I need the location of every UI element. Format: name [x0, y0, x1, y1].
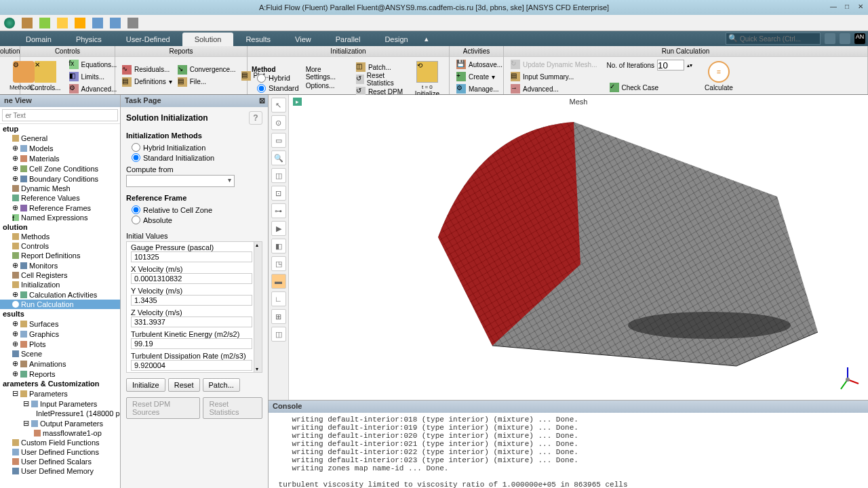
convergence-button[interactable]: ↘Convergence... — [175, 64, 239, 76]
update-mesh-button[interactable]: ↻Update Dynamic Mesh... — [508, 58, 600, 70]
field-input[interactable] — [131, 295, 252, 306]
vp-box-icon[interactable]: ◫ — [271, 168, 286, 183]
tree-calcact[interactable]: ⊕ Calculation Activities — [0, 289, 120, 300]
equations-button[interactable]: fxEquations... — [66, 58, 120, 70]
tree-namedexpr[interactable]: fNamed Expressions — [0, 213, 120, 222]
tree-graphics[interactable]: ⊕ Graphics — [0, 329, 120, 339]
vp-axis-icon[interactable]: ∟ — [271, 291, 286, 306]
tree-animations[interactable]: ⊕ Animations — [0, 359, 120, 369]
tree-refframes[interactable]: ⊕ Reference Frames — [0, 203, 120, 213]
create-button[interactable]: +Create ▾ — [454, 70, 505, 83]
tree-plots[interactable]: ⊕ Plots — [0, 339, 120, 349]
tree-general[interactable]: General — [0, 134, 120, 143]
info-icon[interactable] — [840, 33, 850, 44]
task-close-icon[interactable]: ⊠ — [259, 96, 265, 105]
tree-udm[interactable]: User Defined Memory — [0, 466, 120, 476]
cube-icon[interactable] — [22, 18, 33, 28]
task-reset-stats-button[interactable]: Reset Statistics — [203, 397, 262, 419]
tree-udf[interactable]: User Defined Functions — [0, 447, 120, 457]
task-help-icon[interactable]: ? — [249, 111, 262, 125]
quick-search[interactable]: 🔍 — [726, 33, 821, 45]
input-summary-button[interactable]: ▤Input Summary... — [508, 70, 600, 83]
vp-zoom-icon[interactable]: 🔍 — [271, 150, 286, 165]
layout2-icon[interactable] — [110, 18, 121, 28]
tree-runcalc[interactable]: Run Calculation — [0, 300, 120, 309]
tree-cellreg[interactable]: Cell Registers — [0, 270, 120, 280]
close-icon[interactable]: ✕ — [856, 1, 865, 11]
autosave-button[interactable]: 💾Autosave... — [454, 58, 505, 70]
tree-methods[interactable]: Methods — [0, 232, 120, 241]
tree-params[interactable]: arameters & Customization — [0, 379, 120, 388]
tree-massflow[interactable]: massflowrate1-op — [0, 428, 120, 438]
calculate-button[interactable]: =Calculate — [699, 58, 738, 95]
runcalc-advanced-button[interactable]: →Advanced... — [508, 83, 600, 95]
tree-results[interactable]: esults — [0, 309, 120, 319]
tree-dynmesh[interactable]: Dynamic Mesh — [0, 184, 120, 193]
mesh-canvas[interactable]: ▸ Mesh — [289, 95, 868, 400]
tree-cellzone[interactable]: ⊕ Cell Zone Conditions — [0, 163, 120, 174]
minimize-icon[interactable]: — — [829, 1, 838, 11]
tree-controls[interactable]: Controls — [0, 241, 120, 251]
tree-inparams[interactable]: ⊟ Input Parameters — [0, 399, 120, 409]
tree-surfaces[interactable]: ⊕ Surfaces — [0, 319, 120, 329]
field-input[interactable] — [131, 338, 252, 349]
standard-radio[interactable]: Standard — [252, 83, 299, 94]
tree-monitors[interactable]: ⊕ Monitors — [0, 260, 120, 270]
field-input[interactable] — [131, 317, 252, 327]
field-input[interactable] — [131, 251, 252, 262]
tree-solution[interactable]: olution — [0, 222, 120, 232]
vp-play-icon[interactable]: ▶ — [271, 221, 286, 236]
field-input[interactable] — [131, 360, 252, 371]
tab-results[interactable]: Results — [233, 33, 283, 46]
vp-probe-icon[interactable]: ⊙ — [271, 115, 286, 130]
tree-inletpress[interactable]: InletPressure1 (148000 pascal) — [0, 409, 120, 418]
field-input[interactable] — [131, 273, 252, 284]
tree-outparams[interactable]: ⊟ Output Parameters — [0, 418, 120, 428]
tree-boundary[interactable]: ⊕ Boundary Conditions — [0, 174, 120, 184]
outline-tree[interactable]: etup General ⊕ Models ⊕ Materials ⊕ Cell… — [0, 124, 120, 488]
vp-copy-icon[interactable]: ◫ — [271, 327, 286, 342]
tree-init[interactable]: Initialization — [0, 280, 120, 289]
vp-cursor-icon[interactable]: ↖ — [271, 98, 286, 113]
bolt-icon[interactable] — [57, 18, 68, 28]
tab-domain[interactable]: Domain — [14, 33, 64, 46]
more-settings-button[interactable]: More Settings... — [303, 67, 349, 79]
reset-stats-button[interactable]: ↺Reset Statistics — [353, 73, 410, 85]
globe-icon[interactable] — [4, 18, 15, 28]
tree-reportdef[interactable]: Report Definitions — [0, 251, 120, 260]
tree-customfield[interactable]: Custom Field Functions — [0, 438, 120, 447]
tree-models[interactable]: ⊕ Models — [0, 143, 120, 153]
compute-from-combo[interactable] — [126, 175, 235, 187]
tree-parameters[interactable]: ⊟ Parameters — [0, 388, 120, 399]
task-initialize-button[interactable]: Initialize — [126, 378, 165, 392]
hybrid-radio[interactable]: Hybrid — [252, 73, 299, 83]
initialize-button[interactable]: ⟲t = 0Initialize — [410, 58, 445, 100]
absolute-radio[interactable]: Absolute — [126, 215, 262, 225]
help-icon[interactable] — [825, 33, 835, 44]
check-case-button[interactable]: ✓Check Case — [607, 81, 693, 94]
tree-reports[interactable]: ⊕ Reports — [0, 369, 120, 379]
vp-grid-icon[interactable]: ⊞ — [271, 309, 286, 324]
task-reset-dpm-button[interactable]: Reset DPM Sources — [126, 397, 200, 419]
tab-solution[interactable]: Solution — [182, 33, 234, 46]
check-icon[interactable] — [39, 18, 50, 28]
tree-setup[interactable]: etup — [0, 124, 120, 134]
tree-scene[interactable]: Scene — [0, 349, 120, 359]
vp-fit-icon[interactable]: ⊡ — [271, 186, 286, 201]
tab-view[interactable]: View — [283, 33, 323, 46]
vp-toggle-icon[interactable]: ⊶ — [271, 203, 286, 218]
console-output[interactable]: writing default-interior:018 (type inter… — [269, 413, 868, 488]
vp-wire-icon[interactable]: ◳ — [271, 256, 286, 271]
tab-physics[interactable]: Physics — [64, 33, 114, 46]
iterations-input[interactable] — [657, 60, 684, 70]
tree-refvals[interactable]: Reference Values — [0, 193, 120, 203]
tab-parallel[interactable]: Parallel — [323, 33, 373, 46]
collapse-ribbon-icon[interactable]: ▴ — [420, 32, 433, 46]
rel-cell-radio[interactable]: Relative to Cell Zone — [126, 205, 262, 215]
task-patch-button[interactable]: Patch... — [203, 378, 240, 392]
task-reset-button[interactable]: Reset — [168, 378, 200, 392]
definitions-button[interactable]: ▤Definitions ▾ — [119, 76, 175, 88]
tree-uds[interactable]: User Defined Scalars — [0, 457, 120, 466]
residuals-button[interactable]: ∿Residuals... — [119, 64, 175, 76]
hybrid-init-radio[interactable]: Hybrid Initialization — [126, 142, 262, 152]
